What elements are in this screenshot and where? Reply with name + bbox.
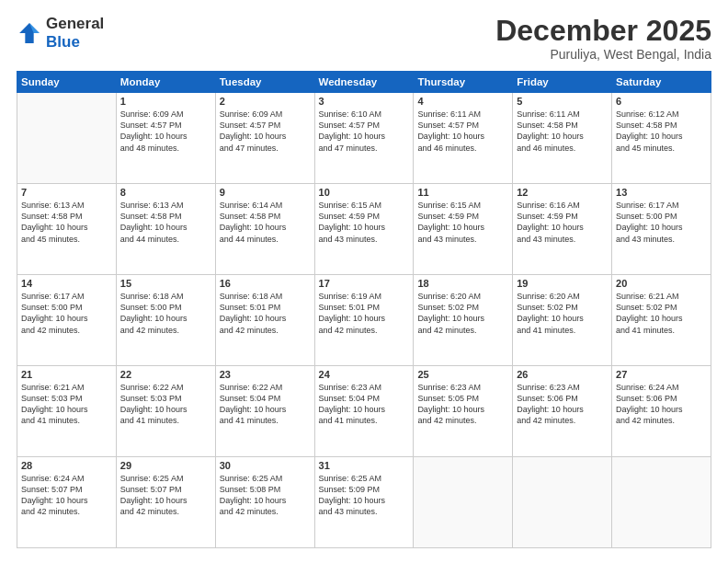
daylight-text: Daylight: 10 hours xyxy=(220,404,311,415)
day-number: 13 xyxy=(616,187,707,198)
sunset-text: Sunset: 5:03 PM xyxy=(120,393,211,404)
sunrise-text: Sunrise: 6:17 AM xyxy=(21,291,112,302)
day-number: 20 xyxy=(616,278,707,289)
logo-text: General Blue xyxy=(46,15,104,52)
day-number: 24 xyxy=(319,369,410,380)
day-number: 6 xyxy=(616,96,707,107)
sunrise-text: Sunrise: 6:19 AM xyxy=(319,291,410,302)
daylight-text2: and 46 minutes. xyxy=(517,143,608,154)
header-monday: Monday xyxy=(116,72,215,93)
daylight-text2: and 44 minutes. xyxy=(120,234,211,245)
sunrise-text: Sunrise: 6:13 AM xyxy=(21,200,112,211)
daylight-text2: and 43 minutes. xyxy=(319,506,410,517)
daylight-text: Daylight: 10 hours xyxy=(517,222,608,233)
day-number: 21 xyxy=(21,369,112,380)
location: Puruliya, West Bengal, India xyxy=(495,47,711,62)
calendar-cell: 19Sunrise: 6:20 AMSunset: 5:02 PMDayligh… xyxy=(513,275,612,366)
week-row-3: 21Sunrise: 6:21 AMSunset: 5:03 PMDayligh… xyxy=(17,366,711,457)
sunrise-text: Sunrise: 6:23 AM xyxy=(319,382,410,393)
daylight-text: Daylight: 10 hours xyxy=(120,495,211,506)
sunset-text: Sunset: 4:59 PM xyxy=(517,211,608,222)
calendar-cell: 25Sunrise: 6:23 AMSunset: 5:05 PMDayligh… xyxy=(414,366,513,457)
daylight-text2: and 42 minutes. xyxy=(120,506,211,517)
sunrise-text: Sunrise: 6:23 AM xyxy=(417,382,508,393)
calendar-cell: 14Sunrise: 6:17 AMSunset: 5:00 PMDayligh… xyxy=(17,275,117,366)
daylight-text2: and 48 minutes. xyxy=(120,143,211,154)
day-number: 2 xyxy=(220,96,311,107)
day-number: 15 xyxy=(120,278,211,289)
day-number: 30 xyxy=(220,460,311,471)
day-number: 18 xyxy=(417,278,508,289)
sunset-text: Sunset: 5:06 PM xyxy=(616,393,707,404)
day-number: 31 xyxy=(319,460,410,471)
calendar-cell: 23Sunrise: 6:22 AMSunset: 5:04 PMDayligh… xyxy=(215,366,314,457)
daylight-text: Daylight: 10 hours xyxy=(120,131,211,142)
daylight-text2: and 42 minutes. xyxy=(21,325,112,336)
calendar-cell: 6Sunrise: 6:12 AMSunset: 4:58 PMDaylight… xyxy=(612,93,711,184)
sunset-text: Sunset: 5:02 PM xyxy=(616,302,707,313)
sunrise-text: Sunrise: 6:22 AM xyxy=(220,382,311,393)
sunset-text: Sunset: 4:58 PM xyxy=(21,211,112,222)
sunrise-text: Sunrise: 6:14 AM xyxy=(220,200,311,211)
daylight-text: Daylight: 10 hours xyxy=(21,495,112,506)
sunrise-text: Sunrise: 6:21 AM xyxy=(616,291,707,302)
daylight-text2: and 42 minutes. xyxy=(417,415,508,426)
sunrise-text: Sunrise: 6:20 AM xyxy=(417,291,508,302)
daylight-text: Daylight: 10 hours xyxy=(517,404,608,415)
daylight-text2: and 46 minutes. xyxy=(417,143,508,154)
day-number: 7 xyxy=(21,187,112,198)
day-number: 14 xyxy=(21,278,112,289)
daylight-text2: and 41 minutes. xyxy=(517,325,608,336)
sunrise-text: Sunrise: 6:15 AM xyxy=(319,200,410,211)
day-number: 23 xyxy=(220,369,311,380)
header-sunday: Sunday xyxy=(17,72,117,93)
sunrise-text: Sunrise: 6:22 AM xyxy=(120,382,211,393)
sunset-text: Sunset: 5:05 PM xyxy=(417,393,508,404)
daylight-text2: and 42 minutes. xyxy=(319,325,410,336)
sunrise-text: Sunrise: 6:11 AM xyxy=(517,109,608,120)
calendar-cell: 24Sunrise: 6:23 AMSunset: 5:04 PMDayligh… xyxy=(314,366,414,457)
sunset-text: Sunset: 5:02 PM xyxy=(517,302,608,313)
calendar-cell: 11Sunrise: 6:15 AMSunset: 4:59 PMDayligh… xyxy=(414,184,513,275)
sunrise-text: Sunrise: 6:12 AM xyxy=(616,109,707,120)
day-number: 22 xyxy=(120,369,211,380)
daylight-text2: and 42 minutes. xyxy=(517,415,608,426)
sunrise-text: Sunrise: 6:17 AM xyxy=(616,200,707,211)
daylight-text: Daylight: 10 hours xyxy=(319,313,410,324)
weekday-header-row: Sunday Monday Tuesday Wednesday Thursday… xyxy=(17,72,711,93)
daylight-text: Daylight: 10 hours xyxy=(220,131,311,142)
sunrise-text: Sunrise: 6:24 AM xyxy=(21,473,112,484)
daylight-text2: and 41 minutes. xyxy=(319,415,410,426)
calendar-cell: 16Sunrise: 6:18 AMSunset: 5:01 PMDayligh… xyxy=(215,275,314,366)
daylight-text2: and 41 minutes. xyxy=(120,415,211,426)
daylight-text: Daylight: 10 hours xyxy=(120,313,211,324)
calendar-cell: 7Sunrise: 6:13 AMSunset: 4:58 PMDaylight… xyxy=(17,184,117,275)
sunrise-text: Sunrise: 6:25 AM xyxy=(120,473,211,484)
sunset-text: Sunset: 4:57 PM xyxy=(220,120,311,131)
sunrise-text: Sunrise: 6:10 AM xyxy=(319,109,410,120)
day-number: 1 xyxy=(120,96,211,107)
daylight-text: Daylight: 10 hours xyxy=(417,131,508,142)
sunset-text: Sunset: 4:59 PM xyxy=(417,211,508,222)
calendar: Sunday Monday Tuesday Wednesday Thursday… xyxy=(17,71,711,548)
header-thursday: Thursday xyxy=(414,72,513,93)
sunset-text: Sunset: 4:58 PM xyxy=(220,211,311,222)
sunset-text: Sunset: 5:01 PM xyxy=(319,302,410,313)
sunset-text: Sunset: 5:04 PM xyxy=(319,393,410,404)
daylight-text: Daylight: 10 hours xyxy=(616,404,707,415)
daylight-text: Daylight: 10 hours xyxy=(616,222,707,233)
sunset-text: Sunset: 5:00 PM xyxy=(616,211,707,222)
sunset-text: Sunset: 4:58 PM xyxy=(120,211,211,222)
calendar-cell xyxy=(414,457,513,548)
daylight-text: Daylight: 10 hours xyxy=(21,313,112,324)
calendar-cell xyxy=(17,93,117,184)
sunset-text: Sunset: 4:58 PM xyxy=(517,120,608,131)
sunrise-text: Sunrise: 6:13 AM xyxy=(120,200,211,211)
daylight-text2: and 41 minutes. xyxy=(616,325,707,336)
calendar-cell xyxy=(612,457,711,548)
daylight-text: Daylight: 10 hours xyxy=(319,404,410,415)
header-saturday: Saturday xyxy=(612,72,711,93)
daylight-text: Daylight: 10 hours xyxy=(517,313,608,324)
month-title: December 2025 xyxy=(495,15,711,47)
day-number: 27 xyxy=(616,369,707,380)
